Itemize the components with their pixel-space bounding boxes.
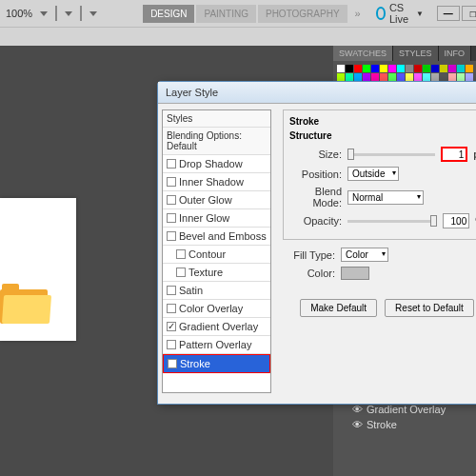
eye-icon[interactable]: 👁 <box>352 419 363 430</box>
swatch[interactable] <box>380 65 387 72</box>
checkbox-icon[interactable] <box>167 304 176 313</box>
tab-photography[interactable]: PHOTOGRAPHY <box>258 5 347 23</box>
hand-tool-icon[interactable] <box>55 6 57 21</box>
swatch[interactable] <box>388 65 396 72</box>
size-slider[interactable] <box>347 153 435 156</box>
checkbox-icon[interactable] <box>167 286 176 295</box>
more-icon[interactable]: » <box>355 8 361 19</box>
position-label: Position: <box>289 169 342 180</box>
folder-artwork[interactable] <box>0 284 52 327</box>
swatch[interactable] <box>371 65 379 72</box>
checkbox-icon[interactable] <box>167 231 176 241</box>
swatch[interactable] <box>397 73 405 81</box>
swatch[interactable] <box>346 73 353 81</box>
swatch[interactable] <box>457 73 465 81</box>
checkbox-icon[interactable] <box>176 268 186 277</box>
swatch[interactable] <box>457 65 465 72</box>
checkbox-icon[interactable] <box>167 340 176 349</box>
tool-dropdown-icon[interactable] <box>65 11 72 16</box>
zoom-level[interactable]: 100% <box>6 8 32 19</box>
cs-live-button[interactable]: CS Live ▼ <box>376 2 424 25</box>
swatch[interactable] <box>466 65 473 72</box>
swatch[interactable] <box>414 65 422 72</box>
swatch[interactable] <box>448 65 456 72</box>
window-controls: — □ ✕ <box>437 6 476 21</box>
panel-tab-info[interactable]: INFO <box>439 46 472 61</box>
tab-painting[interactable]: PAINTING <box>196 5 255 23</box>
swatch[interactable] <box>363 73 370 81</box>
swatch[interactable] <box>431 73 439 81</box>
blend-mode-select[interactable]: Normal <box>347 190 424 205</box>
style-item-drop-shadow[interactable]: Drop Shadow <box>163 155 270 173</box>
workspace-tabs: DESIGN PAINTING PHOTOGRAPHY <box>143 5 347 23</box>
reset-default-button[interactable]: Reset to Default <box>385 299 474 317</box>
blend-mode-label: Blend Mode: <box>289 186 342 208</box>
swatch[interactable] <box>466 73 473 81</box>
checkbox-icon[interactable] <box>167 177 176 187</box>
checkbox-icon[interactable] <box>167 322 176 331</box>
swatch[interactable] <box>440 65 447 72</box>
style-item-inner-shadow[interactable]: Inner Shadow <box>163 173 270 191</box>
swatch[interactable] <box>354 73 362 81</box>
color-picker[interactable] <box>341 267 369 280</box>
position-select[interactable]: Outside <box>347 167 399 181</box>
size-input[interactable] <box>441 147 467 162</box>
swatch[interactable] <box>354 65 362 72</box>
swatch[interactable] <box>414 73 422 81</box>
swatch[interactable] <box>406 65 413 72</box>
style-item-label: Stroke <box>180 358 210 369</box>
swatch[interactable] <box>423 73 430 81</box>
options-bar <box>0 27 476 46</box>
fill-type-select[interactable]: Color <box>341 248 388 262</box>
panel-tab-swatches[interactable]: SWATCHES <box>333 46 393 61</box>
checkbox-icon[interactable] <box>167 159 176 169</box>
style-item-stroke[interactable]: Stroke <box>163 354 270 373</box>
opacity-slider[interactable] <box>347 220 437 223</box>
swatch[interactable] <box>337 73 345 81</box>
style-item-inner-glow[interactable]: Inner Glow <box>163 209 270 228</box>
zoom-dropdown-icon[interactable] <box>40 11 48 16</box>
style-item-outer-glow[interactable]: Outer Glow <box>163 191 270 209</box>
maximize-button[interactable]: □ <box>462 6 476 21</box>
swatch[interactable] <box>406 73 413 81</box>
style-item-texture[interactable]: Texture <box>163 264 270 282</box>
stroke-settings: Stroke Structure Size: px Position: Outs… <box>275 104 476 399</box>
blending-options[interactable]: Blending Options: Default <box>163 128 270 155</box>
swatch[interactable] <box>346 65 353 72</box>
swatch[interactable] <box>440 73 447 81</box>
swatch[interactable] <box>397 65 405 72</box>
minimize-button[interactable]: — <box>437 6 460 21</box>
effect-stroke[interactable]: 👁Stroke <box>333 417 476 432</box>
style-item-label: Inner Glow <box>179 212 229 224</box>
panel-tab-styles[interactable]: STYLES <box>393 46 439 61</box>
checkbox-icon[interactable] <box>168 359 177 368</box>
checkbox-icon[interactable] <box>176 249 186 259</box>
swatch[interactable] <box>371 73 379 81</box>
opacity-input[interactable] <box>443 213 469 228</box>
swatch[interactable] <box>448 73 456 81</box>
style-item-satin[interactable]: Satin <box>163 282 270 300</box>
swatch[interactable] <box>431 65 439 72</box>
style-item-bevel-and-emboss[interactable]: Bevel and Emboss <box>163 228 270 246</box>
checkbox-icon[interactable] <box>167 213 176 223</box>
styles-list: Styles Blending Options: Default Drop Sh… <box>162 109 271 393</box>
style-item-gradient-overlay[interactable]: Gradient Overlay <box>163 318 270 336</box>
make-default-button[interactable]: Make Default <box>300 299 377 317</box>
swatch[interactable] <box>337 65 345 72</box>
checkbox-icon[interactable] <box>167 195 176 205</box>
cs-live-label: CS Live <box>389 2 412 25</box>
dialog-title: Layer Style <box>158 82 476 104</box>
style-item-color-overlay[interactable]: Color Overlay <box>163 300 270 318</box>
style-item-contour[interactable]: Contour <box>163 246 270 264</box>
swatch[interactable] <box>423 65 430 72</box>
swatch[interactable] <box>380 73 387 81</box>
swatch[interactable] <box>388 73 396 81</box>
swatch[interactable] <box>363 65 370 72</box>
style-item-pattern-overlay[interactable]: Pattern Overlay <box>163 336 270 354</box>
style-item-label: Contour <box>188 248 226 260</box>
view-tool-icon[interactable] <box>80 6 82 21</box>
eye-icon[interactable]: 👁 <box>352 404 363 415</box>
styles-header[interactable]: Styles <box>163 110 270 128</box>
view-dropdown-icon[interactable] <box>89 11 97 16</box>
tab-design[interactable]: DESIGN <box>143 5 194 23</box>
